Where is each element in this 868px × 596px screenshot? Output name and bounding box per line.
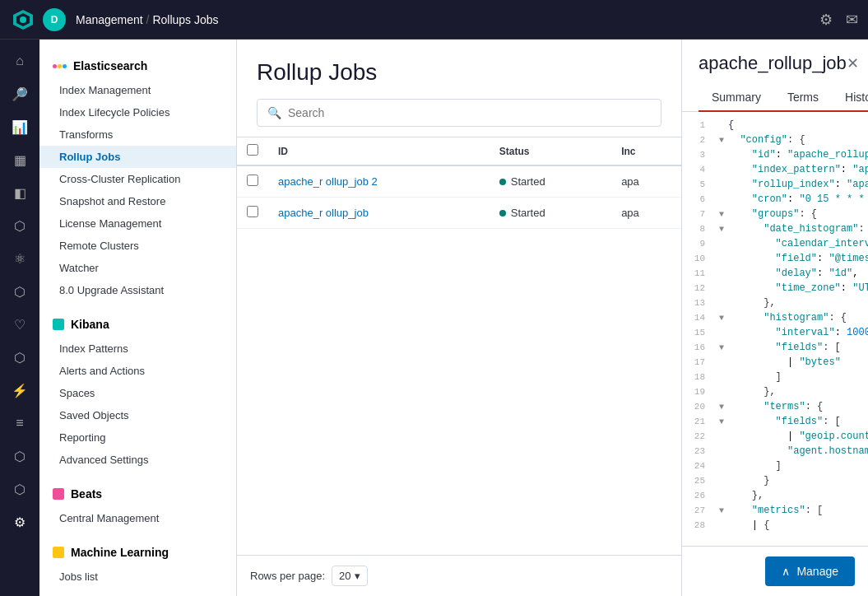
json-line: 18 ] [682, 370, 868, 385]
json-line: 2 ▼ "config": { [682, 133, 868, 148]
sidebar-item-index-management[interactable]: Index Management [39, 79, 236, 101]
kibana-section-title: Kibana [39, 311, 236, 338]
status-dot-1 [499, 179, 506, 185]
select-all-checkbox[interactable] [247, 144, 258, 156]
mail-icon[interactable]: ✉ [846, 11, 858, 29]
sidebar-item-ilm[interactable]: Index Lifecycle Policies [39, 101, 236, 123]
sidebar-icon-stack[interactable]: ⬡ [5, 474, 35, 504]
sidebar-icon-graph[interactable]: ⬡ [5, 277, 35, 306]
sidebar-icon-siem[interactable]: ⚡ [5, 375, 35, 405]
row-checkbox-1[interactable] [247, 175, 258, 186]
tab-summary[interactable]: Summary [699, 84, 774, 112]
sidebar-icon-ml[interactable]: ⚛ [5, 244, 35, 273]
json-line: 20 ▼ "terms": { [682, 400, 868, 415]
beats-section-title: Beats [39, 481, 236, 507]
sidebar-item-transforms[interactable]: Transforms [39, 123, 236, 146]
elasticsearch-label: Elasticsearch [73, 59, 147, 72]
top-bar-actions: ⚙ ✉ [819, 11, 858, 29]
sidebar-item-watcher[interactable]: Watcher [39, 257, 236, 279]
sidebar-icon-logs[interactable]: ≡ [5, 408, 35, 438]
sidebar-item-jobs-list[interactable]: Jobs list [39, 566, 236, 588]
sidebar-icon-visualize[interactable]: 📊 [5, 112, 35, 142]
ml-label: Machine Learning [71, 546, 169, 559]
json-line: 1 { [682, 119, 868, 133]
app-logo [10, 7, 36, 33]
sidebar-item-saved-objects[interactable]: Saved Objects [39, 404, 236, 426]
inc-2: apa [611, 198, 681, 229]
job-link-1[interactable]: apache_r ollup_job 2 [278, 175, 378, 188]
json-line: 7 ▼ "groups": { [682, 207, 868, 222]
table-row: apache_r ollup_job 2 Started apa [237, 165, 681, 198]
json-content: 1 { 2 ▼ "config": { 3 "id": "apache_roll… [682, 112, 868, 546]
beats-label: Beats [71, 487, 102, 501]
rows-per-page: Rows per page: 20 ▾ [237, 555, 681, 596]
sidebar-item-snapshot[interactable]: Snapshot and Restore [39, 190, 236, 212]
sidebar-item-upgrade[interactable]: 8.0 Upgrade Assistant [39, 279, 236, 301]
manage-button[interactable]: ∧ Manage [765, 556, 855, 586]
chevron-up-icon: ∧ [782, 565, 790, 578]
elastic-logo [53, 64, 67, 68]
json-line: 3 "id": "apache_rollup_job", [682, 148, 868, 163]
settings-icon[interactable]: ⚙ [819, 11, 833, 29]
json-line: 13 }, [682, 296, 868, 311]
status-badge-1: Started [499, 175, 545, 188]
json-line: 4 "index_pattern": "apache_elastic_examp… [682, 163, 868, 178]
kibana-label: Kibana [71, 318, 109, 331]
col-status: Status [490, 137, 611, 165]
sidebar-item-license[interactable]: License Management [39, 212, 236, 235]
detail-title: apache_rollup_job [699, 53, 847, 74]
col-id: ID [268, 137, 490, 165]
detail-title-row: apache_rollup_job ✕ [699, 53, 852, 74]
sidebar-item-index-patterns[interactable]: Index Patterns [39, 338, 236, 360]
sidebar-item-reporting[interactable]: Reporting [39, 426, 236, 449]
job-link-2[interactable]: apache_r ollup_job [278, 207, 369, 219]
row-checkbox-2[interactable] [247, 206, 258, 217]
json-line: 23 "agent.hostname.keyword" [682, 445, 868, 459]
search-input[interactable] [288, 106, 651, 119]
beats-icon [53, 488, 64, 500]
manage-btn-container: ∧ Manage [682, 546, 868, 596]
sidebar-item-alerts[interactable]: Alerts and Actions [39, 360, 236, 382]
tab-histogram[interactable]: Histogram [832, 84, 868, 112]
tab-terms[interactable]: Terms [774, 84, 832, 112]
sidebar-item-spaces[interactable]: Spaces [39, 382, 236, 404]
rollup-panel: Rollup Jobs 🔍 ID Status Inc [237, 40, 681, 596]
json-line: 8 ▼ "date_histogram": { [682, 222, 868, 237]
sidebar-icon-maps[interactable]: ⬡ [5, 211, 35, 240]
sidebar-icon-infra[interactable]: ⬡ [5, 441, 35, 471]
main-layout: ⌂ 🔎 📊 ▦ ◧ ⬡ ⚛ ⬡ ♡ ⬡ ⚡ ≡ ⬡ ⬡ ⚙ Elasticsea… [0, 40, 868, 596]
sidebar-item-rollup-jobs[interactable]: Rollup Jobs [39, 146, 236, 168]
json-line: 10 "field": "@timestamp", [682, 252, 868, 267]
avatar[interactable]: D [43, 8, 66, 31]
sidebar-icon-mgmt[interactable]: ⚙ [5, 507, 35, 537]
elasticsearch-section-title: Elasticsearch [39, 53, 236, 79]
json-line: 22 | "geoip.country_code2.keyword", [682, 430, 868, 445]
top-bar: D Management / Rollups Jobs ⚙ ✉ [0, 0, 868, 40]
sidebar-icon-apm[interactable]: ⬡ [5, 342, 35, 372]
sidebar-icon-uptime[interactable]: ♡ [5, 310, 35, 339]
json-line: 12 "time_zone": "UTC" [682, 282, 868, 296]
sidebar-icon-canvas[interactable]: ◧ [5, 178, 35, 207]
rollup-table: ID Status Inc apache_r ollup_job 2 [237, 137, 681, 555]
close-button[interactable]: ✕ [847, 54, 859, 72]
json-line: 14 ▼ "histogram": { [682, 311, 868, 326]
json-line: 26 }, [682, 489, 868, 504]
json-line: 5 "rollup_index": "apache_rollup", [682, 178, 868, 193]
rows-per-page-select[interactable]: 20 ▾ [332, 566, 367, 586]
json-line: 11 "delay": "1d", [682, 267, 868, 282]
content-area: Rollup Jobs 🔍 ID Status Inc [237, 40, 868, 596]
sidebar-icon-discover[interactable]: 🔎 [5, 79, 35, 109]
detail-header: apache_rollup_job ✕ Summary Terms Histog… [682, 40, 868, 112]
json-line: 21 ▼ "fields": [ [682, 415, 868, 430]
sidebar-item-central-mgmt[interactable]: Central Management [39, 507, 236, 529]
sidebar-icon-dashboard[interactable]: ▦ [5, 145, 35, 175]
sidebar-item-ccr[interactable]: Cross-Cluster Replication [39, 168, 236, 190]
rows-per-page-value: 20 [339, 570, 350, 582]
json-line: 6 "cron": "0 15 * * * ?", [682, 193, 868, 207]
sidebar-item-advanced-settings[interactable]: Advanced Settings [39, 449, 236, 471]
sidebar-icon-home[interactable]: ⌂ [5, 46, 35, 76]
svg-point-0 [20, 16, 26, 23]
sidebar-item-remote-clusters[interactable]: Remote Clusters [39, 235, 236, 257]
col-inc: Inc [611, 137, 681, 165]
status-dot-2 [499, 210, 506, 217]
